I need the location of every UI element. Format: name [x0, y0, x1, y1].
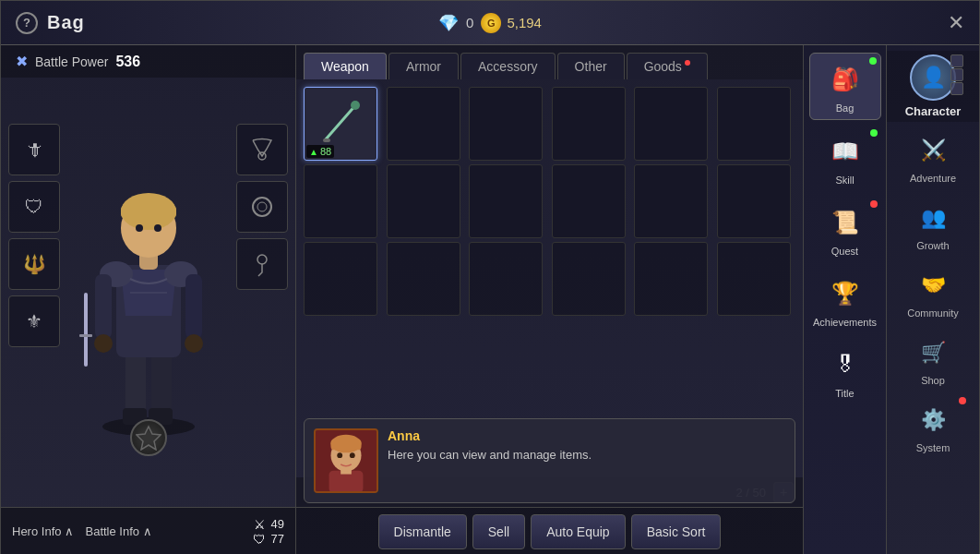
npc-avatar: [314, 428, 378, 493]
skill-dot: [870, 129, 878, 137]
left-panel: ✖ Battle Power 536 🗡 🛡 🔱: [1, 45, 296, 554]
npc-text-area: Anna Here you can view and manage items.: [388, 428, 592, 493]
item-cell-2[interactable]: [387, 87, 460, 161]
tab-armor[interactable]: Armor: [388, 53, 459, 79]
sidebar-item-skill[interactable]: 📖 Skill: [809, 126, 881, 191]
sword-stat-icon: ⚔: [254, 517, 266, 532]
item-upgrade-badge: ▲ 88: [306, 145, 334, 158]
guild-emblem: [130, 419, 167, 456]
svg-point-20: [154, 224, 161, 232]
char-port-grid: [950, 54, 963, 95]
bag-dot: [869, 57, 877, 65]
battle-info-button[interactable]: Battle Info ∧: [85, 524, 152, 538]
npc-name: Anna: [388, 428, 592, 443]
title-bar: ? Bag 💎 0 G 5,194 ✕: [1, 1, 979, 45]
equip-slot-earring[interactable]: [236, 238, 288, 290]
growth-icon: 👥: [914, 199, 952, 237]
sidebar-item-quest[interactable]: 📜 Quest: [809, 197, 881, 262]
title-right: ✕: [948, 13, 964, 33]
ring-icon: [248, 193, 276, 221]
sword-icon: ✖: [16, 53, 28, 70]
adventure-label: Adventure: [910, 173, 956, 184]
quest-dot: [870, 200, 878, 208]
skill-label: Skill: [835, 175, 854, 186]
svg-point-22: [253, 198, 271, 216]
svg-point-36: [337, 452, 342, 458]
item-cell-16[interactable]: [552, 242, 626, 316]
window-title: Bag: [47, 12, 85, 33]
guild-icon: [136, 425, 161, 451]
weapon-icon: [316, 99, 366, 150]
necklace-icon: [248, 136, 276, 163]
skill-icon: 📖: [825, 131, 866, 172]
sell-button[interactable]: Sell: [472, 514, 525, 549]
shop-icon: 🛒: [914, 333, 952, 372]
item-cell-9[interactable]: [469, 164, 543, 238]
battle-power-bar: ✖ Battle Power 536: [1, 45, 295, 78]
far-right-system[interactable]: ⚙️ System: [894, 395, 972, 459]
item-cell-8[interactable]: [387, 164, 460, 238]
far-right-community[interactable]: 🤝 Community: [894, 260, 972, 324]
right-sidebar: 🎒 Bag 📖 Skill 📜 Quest 🏆 Achievements 🎖 T…: [804, 45, 887, 554]
battle-power-label: Battle Power: [35, 54, 108, 69]
adventure-icon: ⚔️: [914, 131, 952, 170]
hero-info-button[interactable]: Hero Info ∧: [12, 524, 74, 538]
svg-rect-35: [331, 440, 362, 451]
svg-point-19: [136, 224, 143, 232]
svg-rect-18: [121, 205, 176, 219]
item-grid: ▲ 88: [304, 87, 795, 316]
item-cell-4[interactable]: [552, 87, 626, 161]
char-portrait-icon[interactable]: 👤: [910, 54, 956, 101]
item-cell-15[interactable]: [469, 242, 543, 316]
tab-accessory[interactable]: Accessory: [460, 53, 556, 79]
svg-point-24: [257, 255, 267, 264]
close-button[interactable]: ✕: [948, 13, 964, 33]
far-right-shop[interactable]: 🛒 Shop: [894, 328, 972, 391]
character-header-label: Character: [887, 104, 979, 118]
item-cell-6[interactable]: [717, 87, 791, 161]
quest-label: Quest: [831, 246, 858, 257]
dismantle-button[interactable]: Dismantle: [378, 514, 467, 549]
item-cell-11[interactable]: [634, 164, 708, 238]
sidebar-item-achievements[interactable]: 🏆 Achievements: [809, 268, 881, 333]
basic-sort-button[interactable]: Basic Sort: [631, 514, 722, 549]
char-grid-cell-2: [950, 68, 963, 81]
item-cell-14[interactable]: [387, 242, 460, 316]
svg-rect-29: [323, 138, 330, 142]
svg-point-37: [350, 452, 355, 458]
sidebar-item-bag[interactable]: 🎒 Bag: [809, 53, 881, 120]
upgrade-arrow: ▲: [309, 147, 318, 157]
item-cell-7[interactable]: [304, 164, 377, 238]
system-dot: [959, 397, 966, 404]
item-cell-5[interactable]: [634, 87, 708, 161]
sword-stat-value: 49: [271, 517, 284, 531]
item-cell-10[interactable]: [552, 164, 626, 238]
item-cell-12[interactable]: [717, 164, 791, 238]
equip-slot-ring[interactable]: [236, 181, 288, 233]
title-icon: 🎖: [825, 344, 866, 385]
bag-label: Bag: [836, 102, 855, 114]
tab-other[interactable]: Other: [557, 53, 625, 79]
item-cell-3[interactable]: [469, 87, 543, 161]
item-cell-13[interactable]: [304, 242, 377, 316]
auto-equip-button[interactable]: Auto Equip: [531, 514, 626, 549]
item-cell-1[interactable]: ▲ 88: [304, 87, 377, 161]
help-button[interactable]: ?: [16, 12, 38, 34]
sword-stat-row: ⚔ 49: [254, 517, 284, 532]
goods-dot: [685, 60, 690, 66]
svg-line-27: [325, 103, 357, 140]
upgrade-value: 88: [320, 146, 331, 157]
item-cell-18[interactable]: [717, 242, 791, 316]
tab-weapon[interactable]: Weapon: [304, 53, 387, 79]
far-right-adventure[interactable]: ⚔️ Adventure: [894, 126, 972, 189]
tab-goods[interactable]: Goods: [627, 53, 708, 79]
sidebar-item-title[interactable]: 🎖 Title: [809, 339, 881, 404]
quest-icon: 📜: [825, 202, 866, 243]
far-right-growth[interactable]: 👥 Growth: [894, 193, 972, 257]
svg-point-23: [257, 202, 267, 211]
stats-area: ⚔ 49 🛡 77: [253, 517, 284, 547]
equip-slot-necklace[interactable]: [236, 124, 288, 175]
char-grid-cell-3: [950, 82, 963, 95]
bag-icon: 🎒: [825, 59, 866, 100]
item-cell-17[interactable]: [634, 242, 708, 316]
